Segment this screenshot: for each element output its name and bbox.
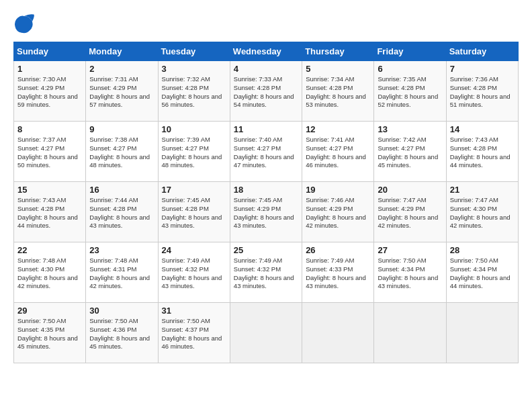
weekday-header: Monday (86, 42, 158, 61)
weekday-header: Saturday (446, 42, 518, 61)
day-info: Sunrise: 7:35 AM Sunset: 4:28 PM Dayligh… (378, 75, 442, 109)
calendar-day-cell: 28 Sunrise: 7:50 AM Sunset: 4:34 PM Dayl… (446, 242, 518, 303)
calendar-day-cell: 5 Sunrise: 7:34 AM Sunset: 4:28 PM Dayli… (302, 61, 374, 122)
day-number: 9 (89, 124, 154, 134)
day-info: Sunrise: 7:50 AM Sunset: 4:34 PM Dayligh… (450, 257, 515, 291)
calendar-day-cell (230, 303, 302, 363)
day-info: Sunrise: 7:49 AM Sunset: 4:32 PM Dayligh… (162, 257, 226, 291)
day-info: Sunrise: 7:50 AM Sunset: 4:37 PM Dayligh… (162, 317, 226, 351)
calendar-day-cell: 30 Sunrise: 7:50 AM Sunset: 4:36 PM Dayl… (86, 303, 158, 363)
day-number: 15 (17, 185, 82, 195)
day-info: Sunrise: 7:37 AM Sunset: 4:27 PM Dayligh… (17, 136, 82, 170)
page-header (13, 13, 519, 35)
calendar-day-cell: 8 Sunrise: 7:37 AM Sunset: 4:27 PM Dayli… (14, 122, 86, 182)
calendar-day-cell: 19 Sunrise: 7:46 AM Sunset: 4:29 PM Dayl… (302, 182, 374, 242)
weekday-header: Friday (374, 42, 446, 61)
day-info: Sunrise: 7:48 AM Sunset: 4:31 PM Dayligh… (89, 257, 154, 291)
day-number: 3 (162, 64, 226, 74)
day-info: Sunrise: 7:49 AM Sunset: 4:33 PM Dayligh… (306, 257, 370, 291)
day-info: Sunrise: 7:33 AM Sunset: 4:28 PM Dayligh… (234, 75, 298, 109)
day-number: 14 (450, 124, 515, 134)
calendar-day-cell: 29 Sunrise: 7:50 AM Sunset: 4:35 PM Dayl… (14, 303, 86, 363)
day-number: 6 (378, 64, 442, 74)
day-info: Sunrise: 7:39 AM Sunset: 4:27 PM Dayligh… (162, 136, 226, 170)
day-info: Sunrise: 7:43 AM Sunset: 4:28 PM Dayligh… (17, 196, 82, 230)
weekday-header: Sunday (14, 42, 86, 61)
day-number: 23 (89, 245, 154, 255)
day-number: 22 (17, 245, 82, 255)
calendar-day-cell: 24 Sunrise: 7:49 AM Sunset: 4:32 PM Dayl… (158, 242, 230, 303)
day-number: 5 (306, 64, 370, 74)
day-info: Sunrise: 7:48 AM Sunset: 4:30 PM Dayligh… (17, 257, 82, 291)
weekday-header: Thursday (302, 42, 374, 61)
calendar-day-cell: 16 Sunrise: 7:44 AM Sunset: 4:28 PM Dayl… (86, 182, 158, 242)
weekday-header: Tuesday (158, 42, 230, 61)
day-info: Sunrise: 7:49 AM Sunset: 4:32 PM Dayligh… (234, 257, 298, 291)
day-info: Sunrise: 7:31 AM Sunset: 4:29 PM Dayligh… (89, 75, 154, 109)
calendar-day-cell: 17 Sunrise: 7:45 AM Sunset: 4:28 PM Dayl… (158, 182, 230, 242)
day-info: Sunrise: 7:45 AM Sunset: 4:29 PM Dayligh… (234, 196, 298, 230)
calendar-day-cell: 4 Sunrise: 7:33 AM Sunset: 4:28 PM Dayli… (230, 61, 302, 122)
day-number: 8 (17, 124, 82, 134)
calendar-week-row: 1 Sunrise: 7:30 AM Sunset: 4:29 PM Dayli… (14, 61, 519, 122)
day-info: Sunrise: 7:43 AM Sunset: 4:28 PM Dayligh… (450, 136, 515, 170)
calendar-day-cell: 15 Sunrise: 7:43 AM Sunset: 4:28 PM Dayl… (14, 182, 86, 242)
day-info: Sunrise: 7:32 AM Sunset: 4:28 PM Dayligh… (162, 75, 226, 109)
day-number: 10 (162, 124, 226, 134)
day-number: 24 (162, 245, 226, 255)
day-number: 21 (450, 185, 515, 195)
day-number: 30 (89, 306, 154, 316)
calendar-week-row: 8 Sunrise: 7:37 AM Sunset: 4:27 PM Dayli… (14, 122, 519, 182)
day-info: Sunrise: 7:46 AM Sunset: 4:29 PM Dayligh… (306, 196, 370, 230)
calendar-day-cell: 20 Sunrise: 7:47 AM Sunset: 4:29 PM Dayl… (374, 182, 446, 242)
calendar-day-cell (446, 303, 518, 363)
day-info: Sunrise: 7:34 AM Sunset: 4:28 PM Dayligh… (306, 75, 370, 109)
day-number: 16 (89, 185, 154, 195)
calendar-day-cell: 18 Sunrise: 7:45 AM Sunset: 4:29 PM Dayl… (230, 182, 302, 242)
calendar-day-cell (302, 303, 374, 363)
day-info: Sunrise: 7:42 AM Sunset: 4:27 PM Dayligh… (378, 136, 442, 170)
logo-icon (13, 13, 35, 35)
day-number: 7 (450, 64, 515, 74)
calendar-day-cell: 27 Sunrise: 7:50 AM Sunset: 4:34 PM Dayl… (374, 242, 446, 303)
day-number: 20 (378, 185, 442, 195)
calendar-day-cell: 21 Sunrise: 7:47 AM Sunset: 4:30 PM Dayl… (446, 182, 518, 242)
day-number: 28 (450, 245, 515, 255)
day-info: Sunrise: 7:40 AM Sunset: 4:27 PM Dayligh… (234, 136, 298, 170)
day-number: 13 (378, 124, 442, 134)
day-number: 11 (234, 124, 298, 134)
day-info: Sunrise: 7:50 AM Sunset: 4:34 PM Dayligh… (378, 257, 442, 291)
day-number: 29 (17, 306, 82, 316)
day-number: 17 (162, 185, 226, 195)
calendar-day-cell: 14 Sunrise: 7:43 AM Sunset: 4:28 PM Dayl… (446, 122, 518, 182)
day-info: Sunrise: 7:44 AM Sunset: 4:28 PM Dayligh… (89, 196, 154, 230)
calendar-day-cell: 13 Sunrise: 7:42 AM Sunset: 4:27 PM Dayl… (374, 122, 446, 182)
day-info: Sunrise: 7:36 AM Sunset: 4:28 PM Dayligh… (450, 75, 515, 109)
day-number: 1 (17, 64, 82, 74)
calendar-day-cell: 12 Sunrise: 7:41 AM Sunset: 4:27 PM Dayl… (302, 122, 374, 182)
calendar-day-cell: 10 Sunrise: 7:39 AM Sunset: 4:27 PM Dayl… (158, 122, 230, 182)
calendar-week-row: 15 Sunrise: 7:43 AM Sunset: 4:28 PM Dayl… (14, 182, 519, 242)
calendar-day-cell: 7 Sunrise: 7:36 AM Sunset: 4:28 PM Dayli… (446, 61, 518, 122)
calendar-day-cell: 23 Sunrise: 7:48 AM Sunset: 4:31 PM Dayl… (86, 242, 158, 303)
day-info: Sunrise: 7:50 AM Sunset: 4:36 PM Dayligh… (89, 317, 154, 351)
calendar-day-cell: 11 Sunrise: 7:40 AM Sunset: 4:27 PM Dayl… (230, 122, 302, 182)
day-number: 12 (306, 124, 370, 134)
logo (13, 13, 38, 35)
calendar-week-row: 29 Sunrise: 7:50 AM Sunset: 4:35 PM Dayl… (14, 303, 519, 363)
calendar-day-cell: 1 Sunrise: 7:30 AM Sunset: 4:29 PM Dayli… (14, 61, 86, 122)
day-info: Sunrise: 7:45 AM Sunset: 4:28 PM Dayligh… (162, 196, 226, 230)
weekday-header: Wednesday (230, 42, 302, 61)
day-number: 27 (378, 245, 442, 255)
calendar-day-cell: 3 Sunrise: 7:32 AM Sunset: 4:28 PM Dayli… (158, 61, 230, 122)
day-info: Sunrise: 7:41 AM Sunset: 4:27 PM Dayligh… (306, 136, 370, 170)
day-number: 26 (306, 245, 370, 255)
day-number: 4 (234, 64, 298, 74)
calendar-day-cell: 22 Sunrise: 7:48 AM Sunset: 4:30 PM Dayl… (14, 242, 86, 303)
calendar-day-cell (374, 303, 446, 363)
calendar-day-cell: 25 Sunrise: 7:49 AM Sunset: 4:32 PM Dayl… (230, 242, 302, 303)
day-number: 2 (89, 64, 154, 74)
calendar-header-row: SundayMondayTuesdayWednesdayThursdayFrid… (14, 42, 519, 61)
calendar-day-cell: 6 Sunrise: 7:35 AM Sunset: 4:28 PM Dayli… (374, 61, 446, 122)
day-number: 19 (306, 185, 370, 195)
